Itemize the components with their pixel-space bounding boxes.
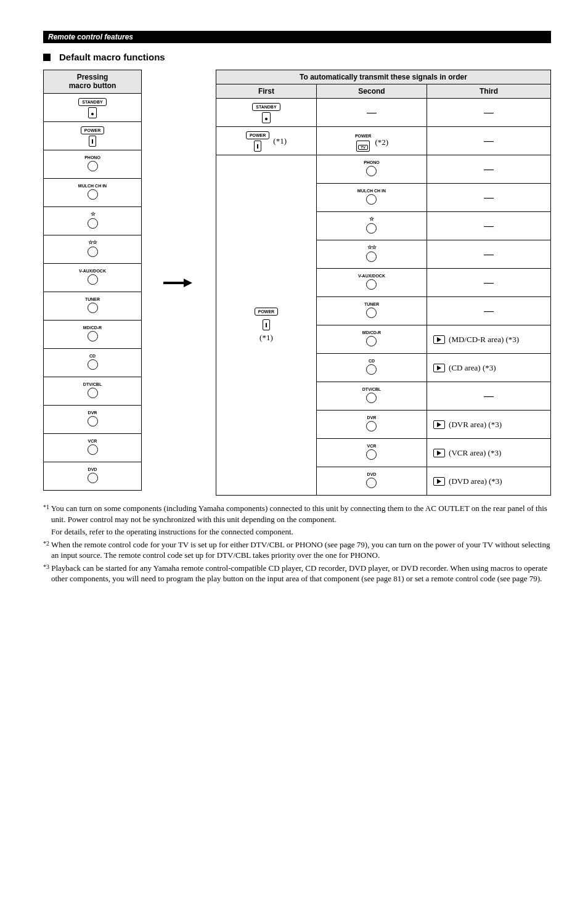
star-icon: ☆☆ (46, 240, 139, 245)
btn-power: POWER (44, 121, 142, 150)
second-vaux: V-AUX/DOCK (316, 269, 427, 297)
dot-button-icon (88, 107, 97, 118)
play-icon (433, 364, 445, 372)
stick-button-icon (254, 141, 261, 152)
third-tuner: — (427, 297, 551, 325)
second-star1: ☆ (316, 212, 427, 240)
circle-icon (88, 388, 98, 398)
second-tuner: TUNER (316, 297, 427, 325)
third-dvd: (DVD area) (*3) (427, 467, 551, 496)
circle-icon (88, 247, 98, 257)
second-dvd: DVD (316, 467, 427, 496)
dash-icon: — (484, 107, 494, 118)
dash-icon: — (484, 249, 494, 259)
pressing-table: Pressing macro button STANDBY POWER PHON… (43, 70, 142, 491)
th-second: Second (316, 84, 427, 99)
note-3: *3 Playback can be started for any Yamah… (43, 563, 551, 584)
btn-cd: CD (44, 348, 142, 377)
circle-icon (366, 308, 377, 318)
btn-multi: MULCH CH IN (44, 178, 142, 206)
circle-icon (366, 194, 377, 205)
th-order: To automatically transmit these signals … (216, 70, 551, 84)
arrow-right-icon (163, 280, 194, 286)
dash-icon: — (484, 192, 494, 203)
note-ref: (*1) (273, 136, 287, 146)
note-2: *2 When the remote control code for your… (43, 539, 551, 561)
star-icon: ☆☆ (319, 245, 424, 250)
circle-icon (366, 279, 377, 290)
btn-standby: STANDBY (44, 93, 142, 121)
second-star2: ☆☆ (316, 240, 427, 269)
star-icon: ☆ (319, 216, 424, 222)
circle-icon (88, 274, 98, 285)
tv-button-icon: TV (356, 141, 370, 152)
circle-icon (88, 359, 98, 370)
btn-dtvcbl: DTV/CBL (44, 377, 142, 405)
circle-icon (366, 449, 377, 460)
first-standby: STANDBY (216, 99, 317, 127)
dash-icon: — (484, 277, 494, 288)
pressing-column: Pressing macro button STANDBY POWER PHON… (43, 70, 142, 496)
circle-icon (88, 473, 98, 483)
second-cd: CD (316, 354, 427, 382)
third-vaux: — (427, 269, 551, 297)
second-phono: PHONO (316, 155, 427, 184)
second-dvr: DVR (316, 411, 427, 439)
third-multi: — (427, 184, 551, 212)
note-1a: *1 You can turn on some components (incl… (43, 503, 551, 525)
arrow-column (142, 70, 216, 496)
th-pressing: Pressing macro button (44, 70, 142, 94)
square-bullet-icon (43, 54, 51, 61)
power-button-icon: POWER (246, 131, 269, 139)
signals-table: To automatically transmit these signals … (216, 70, 551, 496)
circle-icon (366, 478, 377, 488)
circle-icon (88, 416, 98, 427)
circle-icon (366, 364, 377, 375)
circle-icon (366, 393, 377, 403)
circle-icon (88, 161, 98, 171)
footnotes: *1 You can turn on some components (incl… (43, 503, 551, 584)
dash-icon: — (484, 164, 494, 174)
third-standby: — (427, 99, 551, 127)
btn-vaux: V-AUX/DOCK (44, 263, 142, 292)
circle-icon (88, 218, 98, 229)
circle-icon (88, 189, 98, 200)
th-third: Third (427, 84, 551, 99)
circle-icon (366, 421, 377, 431)
second-multi: MULCH CH IN (316, 184, 427, 212)
third-dvr: (DVR area) (*3) (427, 411, 551, 439)
dot-button-icon (262, 112, 271, 123)
btn-dvd: DVD (44, 462, 142, 490)
btn-star1: ☆ (44, 206, 142, 235)
second-vcr: VCR (316, 439, 427, 467)
star-icon: ☆ (46, 211, 139, 217)
play-icon (433, 420, 445, 429)
circle-icon (366, 223, 377, 234)
circle-icon (88, 303, 98, 313)
third-star2: — (427, 240, 551, 269)
third-vcr: (VCR area) (*3) (427, 439, 551, 467)
third-power: — (427, 127, 551, 155)
third-dtvcbl: — (427, 382, 551, 411)
dash-icon: — (484, 136, 494, 146)
power-button-icon: POWER (81, 126, 104, 134)
second-standby: — (316, 99, 427, 127)
btn-mdcdr: MD/CD-R (44, 320, 142, 348)
th-first: First (216, 84, 317, 99)
section-title: Default macro functions (43, 52, 551, 62)
dash-icon: — (484, 391, 494, 401)
stick-button-icon (89, 136, 96, 147)
third-star1: — (427, 212, 551, 240)
second-power: POWER TV (*2) (316, 127, 427, 155)
play-icon (433, 449, 445, 457)
circle-icon (88, 444, 98, 455)
btn-vcr: VCR (44, 433, 142, 462)
play-icon (433, 477, 445, 486)
stick-button-icon (263, 319, 270, 330)
first-power: POWER (*1) (216, 127, 317, 155)
header-bar: Remote control features (43, 31, 551, 43)
dash-icon: — (367, 107, 377, 118)
note-ref: (*2) (375, 137, 388, 147)
second-dtvcbl: DTV/CBL (316, 382, 427, 411)
main-layout: Pressing macro button STANDBY POWER PHON… (43, 70, 551, 496)
